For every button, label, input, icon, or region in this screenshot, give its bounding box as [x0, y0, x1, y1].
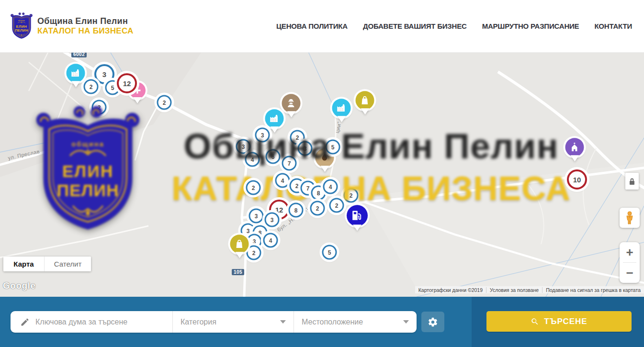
cluster-marker[interactable]: 8 — [289, 203, 304, 218]
cluster-marker[interactable]: 2 — [310, 201, 325, 216]
cluster-marker[interactable]: 4 — [323, 179, 338, 194]
google-map[interactable]: ул. Преславбул. „Новоселции" 6002105 325… — [0, 53, 644, 297]
cluster-marker[interactable]: 3 — [249, 209, 264, 224]
marker-layer-over: 242784128223310 — [0, 53, 644, 297]
brand-logo[interactable]: Община Елин Пелин КАТАЛОГ НА БИЗНЕСА — [0, 12, 134, 41]
lock-icon — [629, 178, 635, 185]
search-box: Категория Местоположение — [11, 311, 417, 333]
search-button-label: ТЪРСЕНЕ — [544, 317, 587, 326]
site-header: Община Елин Пелин КАТАЛОГ НА БИЗНЕСА ЦЕН… — [0, 0, 644, 53]
main-nav: ЦЕНОВА ПОЛИТИКАДОБАВЕТЕ ВАШИЯТ БИЗНЕСМАР… — [276, 22, 644, 30]
zoom-in-button[interactable]: + — [620, 242, 640, 262]
street-view-pegman-button[interactable] — [620, 208, 640, 228]
cluster-marker[interactable]: 2 — [246, 180, 261, 195]
zoom-out-button[interactable]: − — [620, 263, 640, 283]
chevron-down-icon — [403, 320, 409, 324]
brand-title: Община Елин Пелин — [37, 16, 134, 26]
chevron-down-icon — [280, 320, 286, 324]
cluster-marker[interactable]: 2 — [329, 198, 344, 213]
cluster-marker[interactable]: 4 — [275, 173, 290, 188]
attribution-item[interactable]: Картографски данни ©2019 — [415, 287, 486, 293]
search-bar: Категория Местоположение ТЪРСЕНЕ — [0, 297, 644, 347]
search-icon — [531, 317, 539, 326]
pegman-icon — [624, 211, 635, 224]
map-type-control: Карта Сателит — [3, 257, 91, 271]
search-button[interactable]: ТЪРСЕНЕ — [486, 311, 632, 332]
attribution-item[interactable]: Подаване на сигнал за грешка в картата — [542, 287, 644, 293]
page: Община Елин Пелин КАТАЛОГ НА БИЗНЕСА ЦЕН… — [0, 0, 644, 347]
advanced-settings-button[interactable] — [421, 312, 444, 332]
category-select[interactable]: Категория — [172, 311, 294, 333]
nav-item[interactable]: КОНТАКТИ — [594, 22, 632, 30]
municipality-crest-icon — [11, 12, 33, 41]
keyword-field-wrap — [11, 311, 172, 333]
zoom-control: + − — [620, 242, 640, 283]
nav-item[interactable]: ЦЕНОВА ПОЛИТИКА — [276, 22, 348, 30]
cluster-marker[interactable]: 3 — [265, 213, 280, 227]
category-select-label: Категория — [181, 318, 216, 326]
google-logo[interactable]: Google — [3, 280, 35, 291]
gear-icon — [428, 317, 438, 327]
keyword-search-input[interactable] — [35, 318, 166, 326]
nav-item[interactable]: ДОБАВЕТЕ ВАШИЯТ БИЗНЕС — [363, 22, 467, 30]
location-select[interactable]: Местоположение — [294, 311, 417, 333]
map-type-satellite-button[interactable]: Сателит — [44, 257, 91, 271]
map-attribution: Картографски данни ©2019Условия за ползв… — [415, 286, 644, 293]
cluster-marker[interactable]: 10 — [567, 169, 587, 190]
brand-text: Община Елин Пелин КАТАЛОГ НА БИЗНЕСА — [37, 16, 134, 36]
nav-item[interactable]: МАРШРУТНО РАЗПИСАНИЕ — [482, 22, 579, 30]
brand-subtitle: КАТАЛОГ НА БИЗНЕСА — [37, 26, 134, 36]
map-type-map-button[interactable]: Карта — [3, 257, 44, 271]
attribution-item[interactable]: Условия за ползване — [486, 287, 542, 293]
lock-button[interactable] — [625, 173, 639, 190]
location-select-label: Местоположение — [302, 318, 363, 326]
pencil-icon — [20, 317, 30, 327]
